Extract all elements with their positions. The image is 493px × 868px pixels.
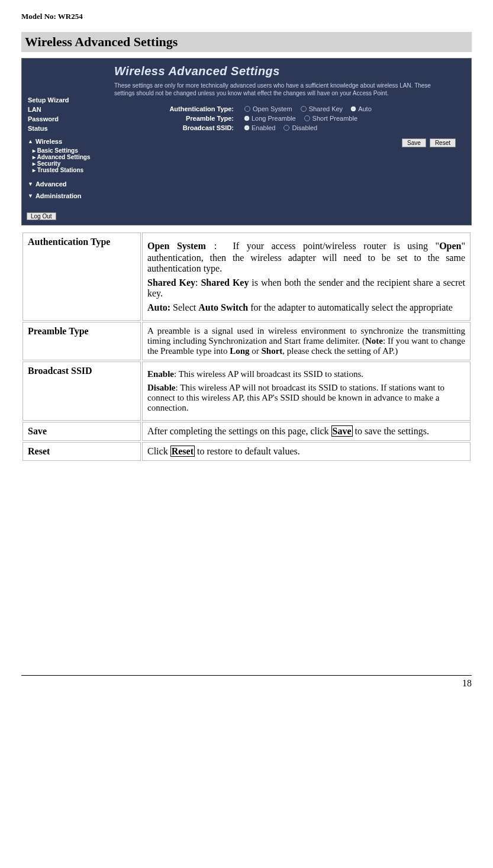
triangle-down-icon: ▼: [28, 181, 33, 187]
radio-icon: [283, 125, 289, 131]
admin-ui-screenshot: Setup Wizard LAN Password Status ▲Wirele…: [21, 58, 472, 225]
cell-val-reset: Click Reset to restore to default values…: [142, 442, 471, 461]
radio-label: Auto: [358, 105, 372, 112]
text: : This wireless AP will broadcast its SS…: [174, 369, 363, 379]
row-broadcast-ssid: Broadcast SSID: Enabled Disabled: [114, 124, 462, 131]
text-bold: Short: [262, 346, 283, 356]
radio-long-preamble[interactable]: Long Preamble: [244, 115, 296, 122]
radio-label: Open System: [253, 105, 292, 112]
sidebar-label-admin: Administration: [36, 192, 82, 199]
caret-icon: ▸: [33, 154, 36, 160]
text: : This wireless AP will not broadcast it…: [147, 383, 444, 412]
text: to restore to default values.: [195, 446, 300, 456]
text: , please check the setting of AP.): [282, 346, 398, 356]
main-pane: Wireless Advanced Settings These setting…: [105, 59, 471, 208]
triangle-up-icon: ▲: [28, 138, 33, 144]
sidebar-item-security[interactable]: ▸ Security: [33, 160, 99, 167]
sidebar-label-wireless: Wireless: [36, 138, 62, 145]
text: :: [195, 277, 201, 288]
text-bold: Shared Key: [147, 277, 195, 288]
text: After completing the settings on this pa…: [147, 426, 331, 436]
table-row: Preamble Type A preamble is a signal use…: [22, 322, 471, 360]
text: Click: [147, 446, 170, 456]
label-auth-type: Authentication Type:: [114, 105, 244, 112]
radio-icon: [301, 106, 307, 112]
page-header: Model No: WR254: [21, 12, 472, 21]
sidebar-item-basic-settings[interactable]: ▸ Basic Settings: [33, 147, 99, 154]
radio-icon-selected: [351, 107, 356, 111]
logout-button[interactable]: Log Out: [27, 212, 56, 220]
radio-label: Shared Key: [309, 105, 343, 112]
table-row: Broadcast SSID Enable: This wireless AP …: [22, 362, 471, 421]
text-bold: Open System: [147, 241, 206, 251]
sidebar-item-password[interactable]: Password: [28, 115, 99, 122]
table-row: Reset Click Reset to restore to default …: [22, 442, 471, 461]
sidebar-item-lan[interactable]: LAN: [28, 106, 99, 113]
sidebar-group-administration[interactable]: ▼Administration: [28, 192, 99, 199]
table-row: Authentication Type Open System： If your…: [22, 233, 471, 321]
cell-val-preamble: A preamble is a signal used in wireless …: [142, 322, 471, 360]
sidebar-group-wireless[interactable]: ▲Wireless: [28, 138, 99, 145]
cell-key-save: Save: [22, 422, 141, 441]
text-bold: Auto:: [147, 302, 170, 312]
sidebar-label: Basic Settings: [37, 147, 78, 154]
sidebar: Setup Wizard LAN Password Status ▲Wirele…: [22, 59, 105, 208]
text-bold: Note: [365, 336, 383, 346]
panel-description: These settings are only for more technic…: [114, 82, 446, 97]
radio-label: Short Preamble: [312, 115, 357, 122]
text: Select: [170, 302, 198, 312]
sidebar-label: Trusted Stations: [37, 167, 83, 173]
cell-val-ssid: Enable: This wireless AP will broadcast …: [142, 362, 471, 421]
text-bold: Auto Switch: [198, 302, 248, 312]
reset-button[interactable]: Reset: [430, 138, 456, 147]
boxed-text: Save: [331, 425, 353, 437]
panel-title: Wireless Advanced Settings: [114, 64, 462, 78]
cell-key-reset: Reset: [22, 442, 141, 461]
cell-val-auth: Open System： If your access point/wirele…: [142, 233, 471, 321]
text-bold: Disable: [147, 383, 176, 392]
radio-auto[interactable]: Auto: [351, 105, 372, 112]
triangle-down-icon: ▼: [28, 193, 33, 199]
sidebar-group-advanced[interactable]: ▼Advanced: [28, 180, 99, 188]
sidebar-label-advanced: Advanced: [36, 180, 67, 188]
text: to save the settings.: [353, 426, 429, 436]
text: for the adapter to automatically select …: [248, 302, 453, 312]
radio-icon: [304, 115, 310, 121]
radio-shared-key[interactable]: Shared Key: [301, 105, 343, 112]
save-button[interactable]: Save: [402, 138, 426, 147]
text: ： If your access point/wireless router i…: [206, 241, 439, 251]
radio-icon-selected: [244, 125, 249, 130]
radio-disabled[interactable]: Disabled: [283, 124, 317, 131]
radio-icon: [244, 106, 250, 112]
sidebar-label: Advanced Settings: [37, 154, 90, 160]
label-preamble-type: Preamble Type:: [114, 115, 244, 122]
text-bold: Enable: [147, 369, 174, 379]
table-row: Save After completing the settings on th…: [22, 422, 471, 441]
radio-enabled[interactable]: Enabled: [244, 124, 275, 131]
sidebar-item-advanced-settings[interactable]: ▸ Advanced Settings: [33, 154, 99, 160]
sidebar-item-status[interactable]: Status: [28, 125, 99, 132]
text-bold: Shared Key: [201, 277, 249, 288]
radio-label: Disabled: [292, 124, 317, 131]
cell-val-save: After completing the settings on this pa…: [142, 422, 471, 441]
text-bold: Long: [230, 346, 249, 356]
cell-key-auth: Authentication Type: [22, 233, 141, 321]
boxed-text: Reset: [170, 446, 195, 457]
radio-short-preamble[interactable]: Short Preamble: [304, 115, 357, 122]
radio-open-system[interactable]: Open System: [244, 105, 292, 112]
radio-label: Long Preamble: [252, 115, 296, 122]
section-title: Wireless Advanced Settings: [21, 32, 472, 52]
caret-icon: ▸: [33, 147, 36, 154]
row-preamble-type: Preamble Type: Long Preamble Short Pream…: [114, 115, 462, 122]
sidebar-item-trusted-stations[interactable]: ▸ Trusted Stations: [33, 167, 99, 173]
text-bold: Open: [439, 241, 461, 251]
page-number: 18: [21, 675, 472, 689]
cell-key-ssid: Broadcast SSID: [22, 362, 141, 421]
label-broadcast-ssid: Broadcast SSID:: [114, 124, 244, 131]
radio-icon-selected: [244, 116, 249, 121]
cell-key-preamble: Preamble Type: [22, 322, 141, 360]
sidebar-item-setup-wizard[interactable]: Setup Wizard: [28, 96, 99, 104]
radio-label: Enabled: [252, 124, 275, 131]
params-table: Authentication Type Open System： If your…: [21, 231, 472, 462]
row-auth-type: Authentication Type: Open System Shared …: [114, 105, 462, 112]
